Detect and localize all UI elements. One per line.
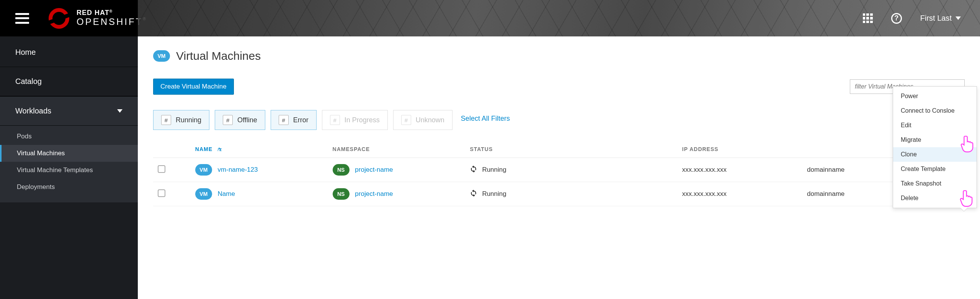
chevron-down-icon [956,16,961,20]
filter-label: Running [176,116,201,124]
menu-item-delete[interactable]: Delete [893,191,977,205]
resource-badge-ns: NS [333,188,350,200]
resource-badge-vm: VM [153,50,170,62]
table-row: VM Name NS project-name Running [153,182,965,206]
topbar: RED HAT® OPENSHIFT® ? First Last [0,0,980,36]
menu-item-take-snapshot[interactable]: Take Snapshot [893,176,977,191]
filter-label: Unknown [416,116,444,124]
resource-badge-vm: VM [195,164,212,176]
sidebar-item-catalog[interactable]: Catalog [0,67,138,96]
row-checkbox[interactable] [158,189,165,197]
hamburger-menu-icon[interactable] [15,13,29,24]
sort-az-icon: ↓ᴬz [217,147,221,152]
menu-item-power[interactable]: Power [893,89,977,104]
sync-icon [470,165,477,175]
sync-icon [470,189,477,199]
chevron-down-icon [117,109,122,113]
app-launcher-icon[interactable] [863,13,873,23]
menu-item-clone[interactable]: Clone [893,147,977,162]
resource-badge-ns: NS [333,164,350,176]
col-header-name[interactable]: NAME ↓ᴬz [191,141,328,158]
row-actions-menu: Power Connect to Consloe Edit Migrate Cl… [893,86,977,208]
menu-item-connect-console[interactable]: Connect to Consloe [893,104,977,118]
vm-name-link[interactable]: vm-name-123 [218,166,258,173]
namespace-link[interactable]: project-name [355,190,393,197]
menu-item-create-template[interactable]: Create Template [893,162,977,176]
help-icon[interactable]: ? [891,13,902,24]
filter-label: In Progress [345,116,380,124]
resource-badge-vm: VM [195,188,212,200]
filter-chip-error[interactable]: # Error [271,110,317,130]
sidebar-item-virtual-machines[interactable]: Virtual Machines [0,145,138,162]
filter-chip-in-progress[interactable]: # In Progress [322,110,388,130]
filter-count: # [223,115,233,125]
filter-count: # [161,115,171,125]
sidebar-group-label: Workloads [15,107,51,115]
filter-count: # [279,115,289,125]
filter-chip-unknown[interactable]: # Unknown [393,110,452,130]
user-name: First Last [920,14,952,23]
sidebar-item-deployments[interactable]: Deployments [0,179,138,196]
col-header-ip[interactable]: IP ADDRESS [678,141,802,158]
filter-count: # [401,115,411,125]
brand-text: RED HAT® OPENSHIFT® [77,9,147,27]
col-header-namespace[interactable]: NAMESPACE [328,141,466,158]
openshift-logo-icon [48,8,70,29]
filter-chip-row: # Running # Offline # Error # In Progres… [153,110,965,130]
ip-text: xxx.xxx.xxx.xxx [678,158,802,182]
create-vm-button[interactable]: Create Virtual Machine [153,79,234,95]
sidebar-group-workloads[interactable]: Workloads [0,96,138,126]
status-text: Running [482,166,506,174]
col-header-status[interactable]: STATUS [465,141,677,158]
brand-logo[interactable]: RED HAT® OPENSHIFT® [48,8,147,29]
sidebar-sublist: Pods Virtual Machines Virtual Machine Te… [0,126,138,202]
filter-chip-running[interactable]: # Running [153,110,209,130]
namespace-link[interactable]: project-name [355,166,393,173]
filter-label: Offline [237,116,257,124]
menu-item-edit[interactable]: Edit [893,118,977,133]
sidebar: Home Catalog Workloads Pods Virtual Mach… [0,36,138,299]
status-text: Running [482,190,506,198]
filter-count: # [330,115,340,125]
filter-label: Error [293,116,309,124]
main-content: VM Virtual Machines Create Virtual Machi… [138,36,980,299]
ip-text: xxx.xxx.xxx.xxx [678,182,802,206]
menu-item-migrate[interactable]: Migrate [893,133,977,147]
sidebar-item-home[interactable]: Home [0,38,138,67]
row-checkbox[interactable] [158,165,165,173]
sidebar-item-pods[interactable]: Pods [0,128,138,145]
vm-name-link[interactable]: Name [218,190,235,197]
user-menu[interactable]: First Last [920,14,961,23]
vm-table: NAME ↓ᴬz NAMESPACE STATUS IP ADDRESS VM [153,141,965,206]
select-all-filters-link[interactable]: Select All Filters [458,110,513,130]
table-row: VM vm-name-123 NS project-name Running [153,158,965,182]
page-title: Virtual Machines [176,49,261,62]
filter-chip-offline[interactable]: # Offline [215,110,265,130]
sidebar-item-vm-templates[interactable]: Virtual Machine Templates [0,162,138,179]
brand-line1: RED HAT [77,9,109,16]
topbar-background [138,0,980,36]
brand-line2: OPENSHIFT [77,16,143,27]
